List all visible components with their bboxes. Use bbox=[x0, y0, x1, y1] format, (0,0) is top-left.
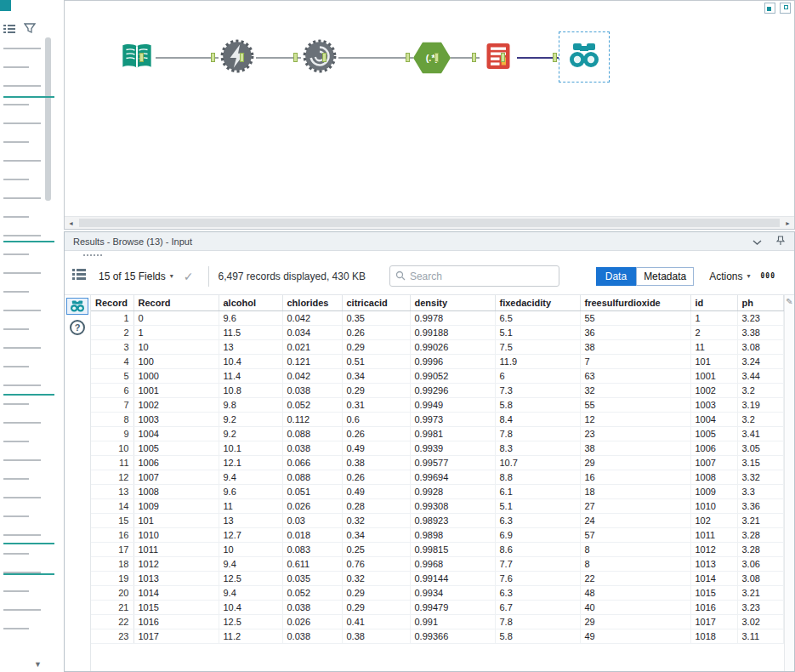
table-cell[interactable]: 55 bbox=[580, 397, 690, 412]
table-cell[interactable]: 12 bbox=[580, 412, 690, 426]
table-cell[interactable]: 1007 bbox=[690, 455, 737, 470]
table-cell[interactable]: 0.35 bbox=[342, 310, 410, 325]
table-cell[interactable]: 9.2 bbox=[219, 426, 282, 441]
table-cell[interactable]: 12.1 bbox=[219, 455, 282, 470]
table-cell[interactable]: 101 bbox=[133, 513, 219, 527]
table-cell[interactable]: 7.5 bbox=[495, 339, 580, 354]
table-row[interactable]: 1310089.60.0510.490.99286.11810093.3 bbox=[91, 484, 784, 498]
input-anchor[interactable] bbox=[211, 53, 215, 62]
table-cell[interactable]: 55 bbox=[580, 310, 690, 325]
output-anchor[interactable] bbox=[434, 53, 439, 62]
table-cell[interactable]: 1004 bbox=[133, 426, 219, 441]
table-cell[interactable]: 3.23 bbox=[737, 310, 784, 325]
table-cell[interactable]: 1014 bbox=[133, 585, 219, 600]
table-cell[interactable]: 0.042 bbox=[282, 368, 342, 383]
table-cell[interactable]: 22 bbox=[580, 571, 690, 585]
table-cell[interactable]: 0.026 bbox=[282, 498, 342, 513]
table-cell[interactable]: 0.038 bbox=[282, 629, 342, 643]
input-anchor[interactable] bbox=[472, 53, 476, 62]
table-cell[interactable]: 3.2 bbox=[737, 383, 784, 397]
collapse-chevron-icon[interactable] bbox=[752, 234, 762, 249]
table-cell[interactable]: 3.36 bbox=[737, 498, 784, 513]
table-cell[interactable]: 6.3 bbox=[495, 513, 580, 527]
table-row[interactable]: 141009110.0260.280.993085.12710103.36 bbox=[91, 498, 784, 513]
table-cell[interactable]: 3.44 bbox=[737, 368, 784, 383]
scroll-left-icon[interactable]: ◄ bbox=[65, 220, 77, 226]
input-anchor[interactable] bbox=[553, 53, 557, 62]
table-cell[interactable]: 8.6 bbox=[495, 542, 580, 556]
browse-tool-selected[interactable] bbox=[559, 31, 610, 83]
table-cell[interactable]: 0.034 bbox=[282, 325, 342, 339]
table-cell[interactable]: 9.8 bbox=[219, 397, 282, 412]
table-cell[interactable]: 0.038 bbox=[282, 441, 342, 455]
funnel-icon[interactable] bbox=[24, 22, 36, 37]
table-cell[interactable]: 38 bbox=[580, 339, 690, 354]
table-cell[interactable]: 11.5 bbox=[219, 325, 282, 339]
table-cell[interactable]: 5.1 bbox=[495, 498, 580, 513]
table-row[interactable]: 10100510.10.0380.490.99398.33810063.05 bbox=[91, 441, 784, 455]
table-cell[interactable]: 7.8 bbox=[495, 426, 580, 441]
table-cell[interactable]: 0.25 bbox=[342, 542, 410, 556]
table-cell[interactable]: 6.5 bbox=[495, 310, 580, 325]
table-cell[interactable]: 0.9978 bbox=[410, 310, 495, 325]
table-cell[interactable]: 3.23 bbox=[737, 600, 784, 614]
table-cell[interactable]: 0.9949 bbox=[410, 397, 495, 412]
output-anchor[interactable] bbox=[322, 53, 327, 62]
table-cell[interactable]: 0.99577 bbox=[410, 455, 495, 470]
float-window-icon[interactable] bbox=[780, 3, 791, 14]
column-header[interactable]: chlorides bbox=[282, 295, 342, 310]
fields-dropdown[interactable]: 15 of 15 Fields ▾ bbox=[95, 268, 177, 285]
table-cell[interactable]: 1010 bbox=[690, 498, 737, 513]
scroll-right-icon[interactable]: ► bbox=[781, 220, 794, 226]
table-cell[interactable]: 1007 bbox=[133, 470, 219, 484]
search-input[interactable] bbox=[410, 271, 554, 282]
table-cell[interactable]: 0.038 bbox=[282, 383, 342, 397]
edit-pencil-icon[interactable]: ✎ bbox=[786, 297, 792, 306]
table-cell[interactable]: 9.6 bbox=[219, 484, 282, 498]
table-cell[interactable]: 3.2 bbox=[737, 412, 784, 426]
table-cell[interactable]: 9.4 bbox=[219, 556, 282, 571]
table-cell[interactable]: 3.15 bbox=[737, 455, 784, 470]
regex-tool[interactable]: (.*) bbox=[413, 39, 451, 77]
table-cell[interactable]: 1016 bbox=[133, 614, 219, 629]
table-row[interactable]: 910049.20.0880.260.99817.82310053.41 bbox=[91, 426, 784, 441]
table-cell[interactable]: 0.38 bbox=[342, 455, 410, 470]
table-cell[interactable]: 11.9 bbox=[495, 354, 580, 368]
table-cell[interactable]: 1004 bbox=[690, 412, 737, 426]
table-cell[interactable]: 10.8 bbox=[219, 383, 282, 397]
table-cell[interactable]: 6.1 bbox=[495, 484, 580, 498]
table-cell[interactable]: 9.4 bbox=[219, 585, 282, 600]
scrollbar-track[interactable] bbox=[77, 217, 781, 229]
table-cell[interactable]: 1015 bbox=[690, 585, 737, 600]
table-cell[interactable]: 0.066 bbox=[282, 455, 342, 470]
table-cell[interactable]: 0.34 bbox=[342, 368, 410, 383]
table-cell[interactable]: 0.98923 bbox=[410, 513, 495, 527]
column-header[interactable]: freesulfurdioxide bbox=[580, 295, 690, 310]
column-header[interactable]: fixedacidity bbox=[495, 295, 580, 310]
table-cell[interactable]: 0.9996 bbox=[410, 354, 495, 368]
table-cell[interactable]: 3.32 bbox=[737, 470, 784, 484]
table-cell[interactable]: 10.1 bbox=[219, 441, 282, 455]
table-cell[interactable]: 1018 bbox=[690, 629, 737, 643]
table-cell[interactable]: 0.9981 bbox=[410, 426, 495, 441]
table-cell[interactable]: 1012 bbox=[690, 542, 737, 556]
table-cell[interactable]: 10.4 bbox=[219, 600, 282, 614]
table-cell[interactable]: 1013 bbox=[690, 556, 737, 571]
table-cell[interactable]: 48 bbox=[580, 585, 690, 600]
table-cell[interactable]: 1009 bbox=[690, 484, 737, 498]
table-cell[interactable]: 5.1 bbox=[495, 325, 580, 339]
table-row[interactable]: 23101711.20.0380.380.993665.84910183.11 bbox=[91, 629, 784, 643]
table-row[interactable]: 410010.40.1210.510.999611.971013.24 bbox=[91, 354, 784, 368]
toolbar-grip[interactable] bbox=[83, 254, 102, 256]
table-cell[interactable]: 0.99308 bbox=[410, 498, 495, 513]
table-cell[interactable]: 0.9928 bbox=[410, 484, 495, 498]
table-cell[interactable]: 0.26 bbox=[342, 325, 410, 339]
table-cell[interactable]: 3.28 bbox=[737, 542, 784, 556]
table-cell[interactable]: 0.26 bbox=[342, 426, 410, 441]
output-anchor[interactable] bbox=[240, 53, 244, 62]
table-cell[interactable]: 29 bbox=[580, 455, 690, 470]
table-cell[interactable]: 3.21 bbox=[737, 513, 784, 527]
table-cell[interactable]: 1 bbox=[690, 310, 737, 325]
table-cell[interactable]: 0.41 bbox=[342, 614, 410, 629]
table-cell[interactable]: 6.7 bbox=[495, 600, 580, 614]
